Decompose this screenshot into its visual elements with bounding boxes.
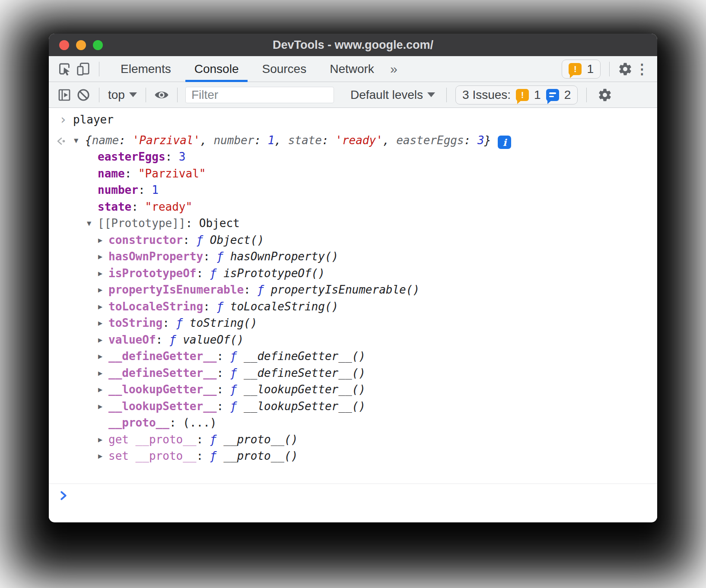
property-value: 1 bbox=[268, 134, 275, 147]
separator bbox=[446, 88, 447, 102]
property-value: : bbox=[203, 250, 216, 263]
log-levels-dropdown[interactable]: Default levels bbox=[348, 88, 438, 102]
device-toolbar-icon[interactable] bbox=[74, 59, 93, 79]
warning-count: 1 bbox=[534, 88, 541, 102]
filter-input[interactable] bbox=[185, 87, 334, 103]
expand-arrow-icon[interactable]: ▶ bbox=[98, 248, 102, 265]
property-value: __lookupSetter__() bbox=[244, 400, 366, 413]
property-value: : bbox=[169, 416, 183, 429]
property-value: : bbox=[254, 134, 267, 147]
property-key: get __proto__ bbox=[108, 433, 197, 446]
property-key: __defineGetter__ bbox=[108, 350, 216, 363]
console-sidebar-toggle-icon[interactable] bbox=[55, 85, 74, 105]
console-toolbar: top Default levels 3 Issues: ! bbox=[49, 82, 657, 108]
property-key: name bbox=[92, 134, 119, 147]
context-selector-dropdown[interactable]: top bbox=[105, 88, 140, 102]
prototype-method-row: ▶__lookupSetter__: ƒ __lookupSetter__() bbox=[49, 398, 657, 415]
property-value: ƒ bbox=[210, 449, 223, 462]
expand-arrow-icon[interactable]: ▶ bbox=[98, 298, 102, 315]
property-key: name bbox=[98, 167, 125, 180]
property-value: : bbox=[216, 383, 230, 396]
expand-arrow-icon[interactable]: ▶ bbox=[98, 348, 102, 365]
property-value: 1 bbox=[152, 183, 159, 196]
property-value: , bbox=[200, 134, 213, 147]
live-expression-eye-icon[interactable] bbox=[152, 85, 171, 105]
property-key: easterEggs bbox=[396, 134, 464, 147]
proto-accessor-row: __proto__: (...) bbox=[49, 414, 657, 431]
collapse-arrow-icon[interactable]: ▼ bbox=[87, 215, 91, 232]
property-value: : bbox=[197, 449, 210, 462]
issues-summary-button[interactable]: 3 Issues: ! 1 2 bbox=[455, 85, 578, 104]
warning-badge-icon: ! bbox=[516, 89, 529, 101]
more-tabs-icon[interactable]: » bbox=[386, 62, 402, 76]
property-key: state bbox=[98, 200, 131, 213]
property-value: ƒ bbox=[216, 300, 230, 313]
property-value: : bbox=[322, 134, 335, 147]
expand-arrow-icon[interactable]: ▶ bbox=[98, 365, 102, 382]
expand-arrow-icon[interactable]: ▶ bbox=[98, 281, 102, 298]
expand-arrow-icon[interactable]: ▶ bbox=[98, 332, 102, 348]
property-key: valueOf bbox=[108, 333, 156, 346]
tab-strip: ElementsConsoleSourcesNetwork bbox=[109, 56, 386, 82]
console-settings-gear-icon[interactable] bbox=[595, 85, 614, 105]
issues-summary-label: 3 Issues: bbox=[462, 88, 511, 102]
console-command-echo: ›player bbox=[49, 111, 657, 128]
info-icon[interactable]: i bbox=[498, 136, 511, 149]
property-value: , bbox=[274, 134, 288, 147]
expand-arrow-icon[interactable]: ▶ bbox=[98, 232, 102, 249]
property-key: hasOwnProperty bbox=[108, 250, 203, 263]
property-value: ƒ bbox=[197, 234, 210, 247]
inspect-element-icon[interactable] bbox=[55, 59, 74, 79]
console-input-row[interactable] bbox=[49, 484, 657, 522]
console-messages[interactable]: ›player▼{name: 'Parzival', number: 1, st… bbox=[49, 108, 657, 484]
separator bbox=[99, 62, 99, 76]
separator bbox=[99, 88, 99, 102]
proto-getter-row: ▶get __proto__: ƒ __proto__() bbox=[49, 431, 657, 448]
property-value: ƒ bbox=[210, 433, 223, 446]
property-key: set __proto__ bbox=[108, 449, 197, 462]
property-value: : bbox=[244, 283, 257, 296]
expand-arrow-icon[interactable]: ▶ bbox=[98, 398, 102, 415]
property-value: : bbox=[162, 316, 176, 329]
expand-arrow-icon[interactable]: ▶ bbox=[98, 431, 102, 448]
property-value[interactable]: (...) bbox=[183, 416, 216, 429]
property-value: __proto__() bbox=[223, 433, 298, 446]
expand-arrow-icon[interactable]: ▶ bbox=[98, 315, 102, 332]
collapse-arrow-icon[interactable]: ▼ bbox=[74, 132, 78, 149]
clear-console-icon[interactable] bbox=[74, 85, 93, 105]
property-value: 'Parzival' bbox=[133, 134, 200, 147]
tab-elements[interactable]: Elements bbox=[109, 56, 183, 82]
property-value: : bbox=[464, 134, 477, 147]
property-value: ƒ bbox=[230, 367, 244, 379]
more-options-icon[interactable]: ⋮ bbox=[635, 59, 649, 79]
tab-network[interactable]: Network bbox=[318, 56, 386, 82]
property-value: "ready" bbox=[145, 200, 193, 213]
settings-gear-icon[interactable] bbox=[616, 59, 635, 79]
property-key: easterEggs bbox=[98, 150, 165, 163]
object-property-row: state: "ready" bbox=[49, 199, 657, 215]
tab-console[interactable]: Console bbox=[183, 56, 251, 82]
expand-arrow-icon[interactable]: ▶ bbox=[98, 381, 102, 398]
property-value: valueOf() bbox=[183, 333, 244, 346]
expand-arrow-icon[interactable]: ▶ bbox=[98, 265, 102, 282]
expand-arrow-icon[interactable]: ▶ bbox=[98, 448, 102, 465]
issues-counter-button[interactable]: ! 1 bbox=[562, 60, 601, 79]
prototype-method-row: ▶constructor: ƒ Object() bbox=[49, 232, 657, 249]
property-value: : bbox=[131, 200, 145, 213]
devtools-tabbar: ElementsConsoleSourcesNetwork » ! 1 ⋮ bbox=[49, 56, 657, 82]
property-value: __proto__() bbox=[223, 449, 298, 462]
issues-count: 1 bbox=[587, 62, 594, 76]
prototype-header-row: ▼[[Prototype]]: Object bbox=[49, 215, 657, 232]
log-levels-value: Default levels bbox=[350, 88, 423, 102]
property-key: propertyIsEnumerable bbox=[108, 283, 244, 296]
property-value: } bbox=[484, 134, 491, 147]
property-value: : bbox=[216, 400, 230, 413]
tab-sources[interactable]: Sources bbox=[250, 56, 318, 82]
devtools-window: DevTools - www.google.com/ ElementsConso… bbox=[49, 34, 657, 522]
property-value: : bbox=[186, 217, 199, 230]
property-value: propertyIsEnumerable() bbox=[271, 283, 420, 296]
property-value: Object bbox=[199, 217, 240, 230]
property-value: : bbox=[165, 150, 179, 163]
property-key: toString bbox=[108, 316, 162, 329]
console-prompt-chevron-icon bbox=[58, 490, 69, 503]
